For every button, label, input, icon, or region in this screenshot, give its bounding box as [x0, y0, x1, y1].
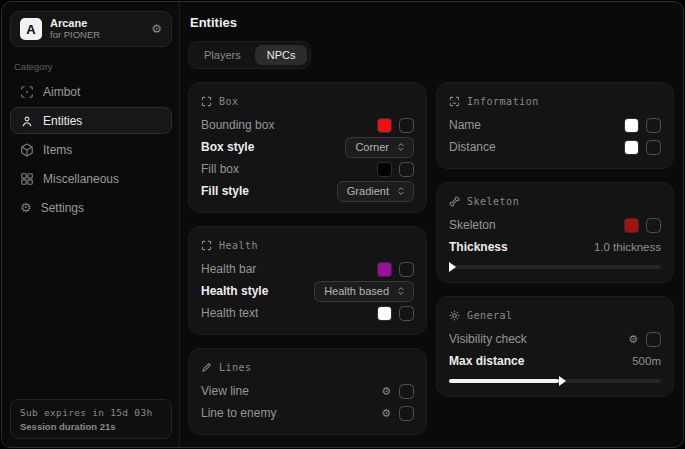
color-swatch[interactable] [378, 119, 391, 132]
setting-label: Line to enemy [201, 406, 381, 420]
color-swatch[interactable] [378, 163, 391, 176]
line-to-enemy-config-gear-icon[interactable]: ⚙ [381, 408, 391, 419]
card-title: Skeleton [467, 196, 519, 207]
sidebar-item-label: Aimbot [43, 85, 80, 99]
thickness-value: 1.0 thickness [594, 241, 661, 253]
card-box: Box Bounding box Box style Corner [188, 82, 427, 213]
slider-thumb [559, 376, 566, 386]
health-text-checkbox[interactable] [399, 306, 414, 321]
color-swatch[interactable] [378, 307, 391, 320]
thickness-slider[interactable] [449, 261, 661, 272]
pencil-line-icon [201, 362, 212, 373]
right-column: Information Name Distance [436, 82, 674, 397]
subscription-info-card: Sub expires in 15d 03h Session duration … [10, 399, 172, 439]
tab-bar: Players NPCs [188, 41, 311, 69]
card-title: Health [219, 240, 258, 251]
sidebar-item-settings[interactable]: ⚙ Settings [10, 194, 172, 221]
visibility-check-checkbox[interactable] [646, 332, 661, 347]
sub-expiry-text: Sub expires in 15d 03h [20, 407, 162, 418]
slider-fill [449, 379, 559, 383]
gear-icon: ⚙ [20, 201, 32, 214]
box-style-dropdown[interactable]: Corner [345, 137, 414, 158]
settings-gear-icon[interactable]: ⚙ [151, 23, 162, 35]
dropdown-value: Gradient [347, 185, 389, 197]
setting-row-box-style: Box style Corner [201, 136, 414, 158]
slider-track [449, 265, 661, 269]
setting-label: Fill box [201, 162, 378, 176]
setting-label: Name [449, 118, 625, 132]
card-title: General [467, 310, 513, 321]
sidebar-nav: Aimbot Entities Items Miscellaneous ⚙ Se… [10, 78, 172, 221]
sidebar-item-miscellaneous[interactable]: Miscellaneous [10, 165, 172, 192]
slider-thumb [449, 262, 456, 272]
app-logo: A [20, 18, 42, 40]
setting-row-fill-style: Fill style Gradient [201, 180, 414, 202]
fill-box-checkbox[interactable] [399, 162, 414, 177]
card-lines-header: Lines [201, 358, 414, 376]
view-line-checkbox[interactable] [399, 384, 414, 399]
sidebar-item-label: Items [43, 143, 72, 157]
setting-label: Skeleton [449, 218, 625, 232]
page-title: Entities [190, 15, 674, 30]
info-scan-icon [449, 96, 460, 107]
distance-checkbox[interactable] [646, 140, 661, 155]
card-title: Box [219, 96, 239, 107]
tab-players[interactable]: Players [192, 45, 253, 65]
setting-row-fill-box: Fill box [201, 158, 414, 180]
color-swatch[interactable] [625, 141, 638, 154]
chevrons-up-down-icon [396, 186, 406, 196]
sidebar-item-items[interactable]: Items [10, 136, 172, 163]
visibility-check-config-gear-icon[interactable]: ⚙ [628, 334, 638, 345]
sun-icon [449, 310, 460, 321]
color-swatch[interactable] [625, 119, 638, 132]
card-information: Information Name Distance [436, 82, 674, 169]
card-health-header: Health [201, 236, 414, 254]
setting-label: Distance [449, 140, 625, 154]
setting-label: Health bar [201, 262, 378, 276]
app-subtitle: for PIONER [50, 30, 143, 41]
bone-icon [449, 196, 460, 207]
line-to-enemy-checkbox[interactable] [399, 406, 414, 421]
skeleton-checkbox[interactable] [646, 218, 661, 233]
person-scan-icon [20, 114, 34, 128]
scan-brackets-icon [201, 240, 212, 251]
sidebar-item-entities[interactable]: Entities [10, 107, 172, 134]
card-information-header: Information [449, 92, 661, 110]
setting-row-distance: Distance [449, 136, 661, 158]
scan-brackets-icon [201, 96, 212, 107]
health-style-dropdown[interactable]: Health based [314, 281, 414, 302]
card-skeleton: Skeleton Skeleton Thickness 1.0 thicknes… [436, 182, 674, 283]
dropdown-value: Corner [355, 141, 389, 153]
package-icon [20, 143, 34, 157]
left-column: Box Bounding box Box style Corner [188, 82, 427, 435]
crosshair-scan-icon [20, 85, 34, 99]
sidebar-item-label: Miscellaneous [43, 172, 119, 186]
setting-row-name: Name [449, 114, 661, 136]
setting-row-bounding-box: Bounding box [201, 114, 414, 136]
chevrons-up-down-icon [396, 142, 406, 152]
max-distance-value: 500m [632, 355, 661, 367]
card-general-header: General [449, 306, 661, 324]
tab-npcs[interactable]: NPCs [255, 45, 308, 65]
setting-label: Visibility check [449, 332, 628, 346]
name-checkbox[interactable] [646, 118, 661, 133]
color-swatch[interactable] [378, 263, 391, 276]
setting-label: Thickness [449, 240, 594, 254]
max-distance-slider[interactable] [449, 375, 661, 386]
setting-label: Health text [201, 306, 378, 320]
setting-label: Bounding box [201, 118, 378, 132]
setting-row-max-distance: Max distance 500m [449, 350, 661, 372]
card-columns: Box Bounding box Box style Corner [188, 82, 674, 435]
health-bar-checkbox[interactable] [399, 262, 414, 277]
sidebar: A Arcane for PIONER ⚙ Category Aimbot En… [2, 2, 180, 447]
card-lines: Lines View line ⚙ Line to enemy ⚙ [188, 348, 427, 435]
setting-row-health-text: Health text [201, 302, 414, 324]
fill-style-dropdown[interactable]: Gradient [337, 181, 414, 202]
sidebar-item-aimbot[interactable]: Aimbot [10, 78, 172, 105]
setting-row-skeleton: Skeleton [449, 214, 661, 236]
card-title: Information [467, 96, 539, 107]
bounding-box-checkbox[interactable] [399, 118, 414, 133]
view-line-config-gear-icon[interactable]: ⚙ [381, 386, 391, 397]
sidebar-item-label: Settings [41, 201, 84, 215]
color-swatch[interactable] [625, 219, 638, 232]
